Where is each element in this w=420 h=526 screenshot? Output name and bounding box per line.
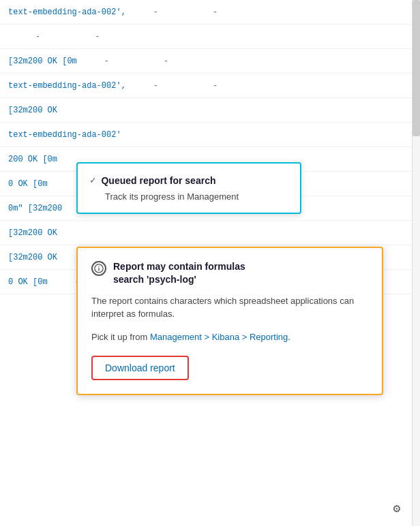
scrollbar-thumb[interactable] xyxy=(412,0,420,136)
popup-queued-subtitle: Track its progress in Management xyxy=(105,191,288,202)
warn-link-area: Pick it up from Management > Kibana > Re… xyxy=(91,330,368,344)
log-dash1: - xyxy=(35,32,40,42)
scrollbar[interactable] xyxy=(412,0,420,526)
log-row: [32m200 OK xyxy=(0,98,420,123)
log-row: - - xyxy=(0,25,420,49)
svg-point-1 xyxy=(98,266,99,267)
log-text: [32m200 OK xyxy=(8,106,57,115)
warn-title-text: Report may contain formulassearch 'psych… xyxy=(113,260,245,286)
log-text: 200 OK [0m xyxy=(8,155,57,164)
log-text: [32m200 OK xyxy=(8,253,57,262)
log-dash2: - xyxy=(164,57,168,66)
warn-link-suffix: . xyxy=(288,332,290,342)
log-dash2: - xyxy=(213,81,217,91)
log-text: text-embedding-ada-002', xyxy=(8,7,126,17)
log-text: 0 OK [0m xyxy=(8,179,48,189)
log-text: text-embedding-ada-002' xyxy=(8,130,121,140)
management-reporting-link[interactable]: Management > Kibana > Reporting xyxy=(150,332,288,342)
gear-icon: ⚙ xyxy=(393,501,401,516)
log-row: [32m200 OK xyxy=(0,221,420,245)
log-dash1: - xyxy=(153,81,158,91)
log-dash2: - xyxy=(95,32,100,42)
popup-queued-title: Queued report for search xyxy=(101,175,215,186)
queued-report-popup: ✓ Queued report for search Track its pro… xyxy=(76,162,301,214)
popup-title-row: ✓ Queued report for search xyxy=(90,174,288,186)
log-text: 0 OK [0m xyxy=(8,277,48,287)
warning-circle-icon xyxy=(91,261,106,276)
log-dash2: - xyxy=(213,7,217,17)
warn-link-prefix: Pick it up from xyxy=(91,332,150,342)
log-text: [32m200 OK [0m xyxy=(8,57,77,66)
log-row: text-embedding-ada-002', - - xyxy=(0,0,420,25)
warn-title-row: Report may contain formulassearch 'psych… xyxy=(91,260,368,286)
log-dash1: - xyxy=(153,7,158,17)
log-dash1: - xyxy=(104,57,109,66)
log-text: 0m" [32m200 xyxy=(8,204,62,213)
checkmark-icon: ✓ xyxy=(90,174,95,186)
log-row: text-embedding-ada-002' xyxy=(0,123,420,147)
download-report-button[interactable]: Download report xyxy=(91,356,189,380)
log-row: [32m200 OK [0m - - xyxy=(0,49,420,74)
log-text: text-embedding-ada-002', xyxy=(8,81,126,91)
log-row: text-embedding-ada-002', - - xyxy=(0,74,420,98)
gear-button[interactable]: ⚙ xyxy=(387,499,406,518)
formula-warning-popup: Report may contain formulassearch 'psych… xyxy=(76,247,383,395)
warn-body-text: The report contains characters which spr… xyxy=(91,294,368,321)
log-text: [32m200 OK xyxy=(8,228,57,238)
